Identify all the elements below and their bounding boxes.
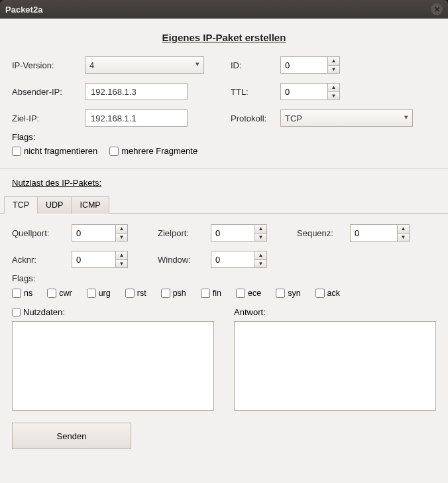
ip-flags-group: Flags: nicht fragmentieren mehrere Fragm… — [12, 132, 436, 156]
divider — [0, 168, 448, 169]
tcp-flag-urg-label: urg — [99, 289, 111, 298]
tcp-flag-rst[interactable]: rst — [125, 289, 146, 298]
page-title: Eigenes IP-Paket erstellen — [12, 32, 436, 43]
tcp-flag-psh-checkbox[interactable] — [161, 289, 170, 298]
payload-data-textarea[interactable] — [12, 321, 214, 411]
window-title: Packet2a — [5, 5, 431, 15]
id-label: ID: — [231, 60, 280, 70]
spin-up-icon[interactable]: ▲ — [255, 225, 266, 234]
tcp-flag-ece[interactable]: ece — [236, 289, 261, 298]
acknr-input[interactable] — [72, 251, 115, 267]
tcp-flag-cwr-checkbox[interactable] — [47, 289, 56, 298]
tcp-flags-label: Flags: — [12, 273, 436, 283]
tcp-flag-ack-checkbox[interactable] — [315, 289, 325, 298]
flag-morefrag-label: mehrere Fragmente — [121, 146, 197, 156]
payload-data-checkbox[interactable] — [12, 308, 21, 316]
tcp-flag-ack[interactable]: ack — [315, 289, 340, 298]
send-button[interactable]: Senden — [12, 423, 131, 449]
spin-down-icon[interactable]: ▼ — [116, 260, 127, 268]
spin-down-icon[interactable]: ▼ — [328, 66, 339, 74]
tcp-flag-syn-checkbox[interactable] — [276, 289, 285, 298]
ip-flags-label: Flags: — [12, 132, 436, 142]
srcport-label: Quellport: — [12, 228, 72, 238]
ttl-spinner[interactable]: ▲▼ — [280, 83, 340, 100]
ip-version-label: IP-Version: — [12, 60, 85, 70]
id-spinner[interactable]: ▲▼ — [280, 56, 340, 74]
srcport-spinner[interactable]: ▲▼ — [72, 224, 128, 242]
spin-down-icon[interactable]: ▼ — [398, 234, 409, 242]
seq-spinner[interactable]: ▲▼ — [350, 224, 410, 242]
answer-col: Antwort: — [234, 307, 436, 411]
spin-down-icon[interactable]: ▼ — [116, 234, 127, 242]
spin-down-icon[interactable]: ▼ — [255, 260, 266, 268]
spin-up-icon[interactable]: ▲ — [116, 251, 127, 260]
tcp-flag-ns-label: ns — [24, 289, 32, 298]
tcp-flag-ns-checkbox[interactable] — [12, 289, 21, 298]
spin-down-icon[interactable]: ▼ — [328, 92, 339, 100]
protocol-select[interactable]: TCP — [280, 109, 413, 127]
dest-ip-input[interactable] — [85, 109, 188, 127]
payload-heading: Nutzlast des IP-Pakets: — [12, 178, 436, 188]
tcp-flags-group: Flags: nscwrurgrstpshfinecesynack — [12, 273, 436, 298]
dstport-label: Zielport: — [158, 228, 211, 238]
ip-header-form: IP-Version: 4 ID: ▲▼ Absender-IP: TTL: ▲… — [12, 56, 436, 127]
window-input[interactable] — [211, 251, 254, 267]
protocol-label: Protokoll: — [231, 113, 280, 123]
tcp-flag-fin[interactable]: fin — [201, 289, 221, 298]
flag-nofrag-label: nicht fragmentieren — [24, 146, 97, 156]
sender-ip-input[interactable] — [85, 83, 188, 100]
tab-udp[interactable]: UDP — [37, 196, 72, 214]
flag-nofrag-checkbox[interactable] — [12, 147, 21, 156]
tcp-flag-fin-checkbox[interactable] — [201, 289, 210, 298]
tcp-flag-urg[interactable]: urg — [87, 289, 111, 298]
payload-data-col: Nutzdaten: — [12, 307, 214, 411]
spin-down-icon[interactable]: ▼ — [255, 234, 266, 242]
sender-ip-label: Absender-IP: — [12, 87, 85, 97]
ttl-label: TTL: — [231, 87, 280, 97]
tcp-flag-fin-label: fin — [213, 289, 221, 298]
payload-data-label: Nutzdaten: — [23, 307, 65, 317]
tab-icmp[interactable]: ICMP — [71, 196, 109, 214]
tcp-flag-rst-checkbox[interactable] — [125, 289, 135, 298]
flag-morefrag-checkbox[interactable] — [109, 147, 119, 156]
tcp-flag-cwr[interactable]: cwr — [47, 289, 72, 298]
window-label: Window: — [158, 255, 211, 265]
tab-tcp[interactable]: TCP — [4, 196, 38, 214]
answer-textarea[interactable] — [234, 321, 436, 411]
spin-up-icon[interactable]: ▲ — [328, 57, 339, 66]
window-body: Eigenes IP-Paket erstellen IP-Version: 4… — [0, 19, 448, 483]
spin-up-icon[interactable]: ▲ — [116, 225, 127, 234]
spin-up-icon[interactable]: ▲ — [328, 84, 339, 92]
acknr-spinner[interactable]: ▲▼ — [72, 251, 128, 268]
flag-morefrag-check[interactable]: mehrere Fragmente — [109, 146, 197, 156]
tcp-flag-cwr-label: cwr — [59, 289, 72, 298]
tcp-flag-ece-label: ece — [248, 289, 261, 298]
dstport-input[interactable] — [211, 225, 254, 241]
close-icon[interactable]: ✕ — [431, 3, 443, 15]
tcp-flag-syn-label: syn — [288, 289, 300, 298]
payload-row: Nutzdaten: Antwort: — [12, 307, 436, 411]
tcp-flag-psh[interactable]: psh — [161, 289, 186, 298]
tcp-flag-syn[interactable]: syn — [276, 289, 300, 298]
window-spinner[interactable]: ▲▼ — [211, 251, 267, 268]
spin-up-icon[interactable]: ▲ — [398, 225, 409, 234]
ip-version-select-wrap: 4 — [85, 56, 204, 74]
tcp-flag-rst-label: rst — [137, 289, 146, 298]
ip-version-select[interactable]: 4 — [85, 56, 204, 74]
flag-nofrag-check[interactable]: nicht fragmentieren — [12, 146, 97, 156]
dstport-spinner[interactable]: ▲▼ — [211, 224, 267, 242]
tcp-flag-psh-label: psh — [173, 289, 186, 298]
seq-label: Sequenz: — [297, 228, 350, 238]
tcp-flag-ece-checkbox[interactable] — [236, 289, 245, 298]
protocol-tabs: TCP UDP ICMP — [0, 196, 448, 214]
seq-input[interactable] — [351, 225, 397, 241]
tcp-form: Quellport: ▲▼ Zielport: ▲▼ Sequenz: ▲▼ A… — [12, 224, 436, 268]
ttl-input[interactable] — [281, 84, 327, 100]
id-input[interactable] — [281, 57, 327, 73]
srcport-input[interactable] — [72, 225, 115, 241]
answer-label: Antwort: — [234, 307, 266, 317]
tcp-flag-ns[interactable]: ns — [12, 289, 32, 298]
spin-up-icon[interactable]: ▲ — [255, 251, 266, 260]
dest-ip-label: Ziel-IP: — [12, 113, 85, 123]
tcp-flag-urg-checkbox[interactable] — [87, 289, 96, 298]
